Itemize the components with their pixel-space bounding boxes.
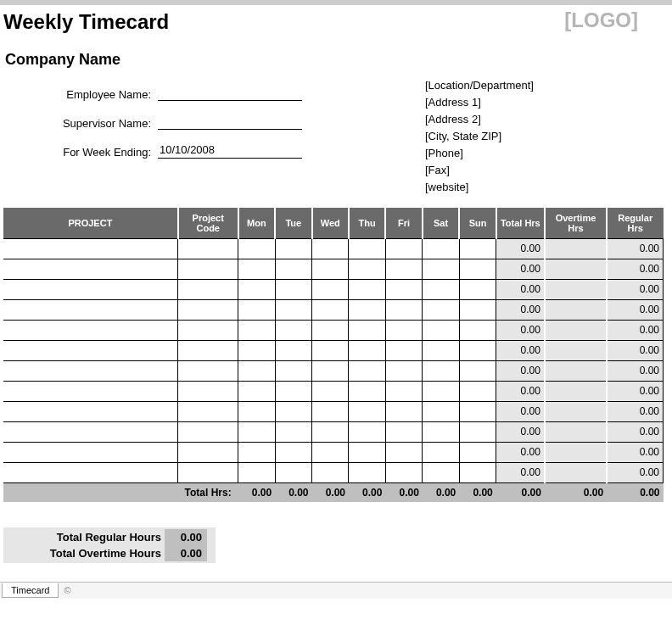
cell-overtime-hrs[interactable] [545, 279, 607, 299]
cell-sun[interactable] [459, 381, 496, 401]
cell-project-code[interactable] [178, 238, 238, 259]
cell-sat[interactable] [423, 279, 459, 299]
cell-project[interactable] [3, 360, 178, 381]
cell-fri[interactable] [385, 238, 422, 259]
cell-fri[interactable] [385, 279, 422, 299]
week-ending-input[interactable]: 10/10/2008 [158, 143, 302, 159]
cell-wed[interactable] [312, 320, 349, 340]
cell-fri[interactable] [385, 421, 422, 442]
cell-fri[interactable] [385, 360, 422, 381]
cell-mon[interactable] [238, 238, 275, 259]
cell-thu[interactable] [349, 360, 385, 381]
cell-overtime-hrs[interactable] [545, 381, 607, 401]
cell-sat[interactable] [423, 259, 459, 279]
cell-tue[interactable] [275, 259, 311, 279]
cell-sat[interactable] [423, 442, 459, 462]
cell-wed[interactable] [312, 442, 349, 462]
cell-mon[interactable] [238, 421, 275, 442]
cell-overtime-hrs[interactable] [545, 401, 607, 421]
cell-mon[interactable] [238, 442, 275, 462]
cell-tue[interactable] [275, 381, 311, 401]
cell-project[interactable] [3, 401, 178, 421]
supervisor-name-input[interactable] [158, 114, 302, 130]
cell-overtime-hrs[interactable] [545, 340, 607, 360]
cell-project[interactable] [3, 462, 178, 482]
cell-overtime-hrs[interactable] [545, 462, 607, 482]
cell-tue[interactable] [275, 360, 311, 381]
cell-sun[interactable] [459, 462, 496, 482]
cell-thu[interactable] [349, 299, 385, 320]
cell-thu[interactable] [349, 238, 385, 259]
cell-thu[interactable] [349, 259, 385, 279]
cell-thu[interactable] [349, 320, 385, 340]
cell-project-code[interactable] [178, 360, 238, 381]
cell-sat[interactable] [423, 299, 459, 320]
cell-sun[interactable] [459, 360, 496, 381]
cell-tue[interactable] [275, 238, 311, 259]
cell-project[interactable] [3, 442, 178, 462]
cell-wed[interactable] [312, 462, 349, 482]
cell-overtime-hrs[interactable] [545, 442, 607, 462]
cell-mon[interactable] [238, 360, 275, 381]
cell-project[interactable] [3, 279, 178, 299]
cell-sat[interactable] [423, 421, 459, 442]
cell-project-code[interactable] [178, 299, 238, 320]
cell-thu[interactable] [349, 340, 385, 360]
cell-project-code[interactable] [178, 442, 238, 462]
cell-project[interactable] [3, 340, 178, 360]
cell-overtime-hrs[interactable] [545, 238, 607, 259]
cell-thu[interactable] [349, 442, 385, 462]
cell-overtime-hrs[interactable] [545, 299, 607, 320]
cell-mon[interactable] [238, 279, 275, 299]
cell-sat[interactable] [423, 462, 459, 482]
cell-project[interactable] [3, 421, 178, 442]
cell-project[interactable] [3, 259, 178, 279]
cell-sun[interactable] [459, 238, 496, 259]
cell-wed[interactable] [312, 238, 349, 259]
cell-wed[interactable] [312, 401, 349, 421]
cell-tue[interactable] [275, 462, 311, 482]
cell-mon[interactable] [238, 320, 275, 340]
cell-project-code[interactable] [178, 381, 238, 401]
cell-overtime-hrs[interactable] [545, 320, 607, 340]
cell-fri[interactable] [385, 442, 422, 462]
cell-thu[interactable] [349, 462, 385, 482]
cell-mon[interactable] [238, 299, 275, 320]
cell-sun[interactable] [459, 320, 496, 340]
cell-fri[interactable] [385, 381, 422, 401]
cell-sat[interactable] [423, 360, 459, 381]
cell-project-code[interactable] [178, 259, 238, 279]
cell-sat[interactable] [423, 340, 459, 360]
cell-tue[interactable] [275, 279, 311, 299]
cell-sat[interactable] [423, 320, 459, 340]
cell-tue[interactable] [275, 340, 311, 360]
cell-sat[interactable] [423, 238, 459, 259]
cell-thu[interactable] [349, 421, 385, 442]
cell-wed[interactable] [312, 421, 349, 442]
cell-tue[interactable] [275, 442, 311, 462]
cell-project-code[interactable] [178, 340, 238, 360]
cell-mon[interactable] [238, 340, 275, 360]
cell-overtime-hrs[interactable] [545, 259, 607, 279]
cell-project[interactable] [3, 299, 178, 320]
sheet-tab-extra[interactable]: © [59, 585, 76, 595]
cell-project[interactable] [3, 381, 178, 401]
cell-project[interactable] [3, 320, 178, 340]
cell-project-code[interactable] [178, 320, 238, 340]
cell-sun[interactable] [459, 442, 496, 462]
cell-mon[interactable] [238, 259, 275, 279]
cell-project[interactable] [3, 238, 178, 259]
cell-wed[interactable] [312, 360, 349, 381]
cell-fri[interactable] [385, 401, 422, 421]
cell-thu[interactable] [349, 401, 385, 421]
cell-thu[interactable] [349, 381, 385, 401]
cell-wed[interactable] [312, 299, 349, 320]
cell-mon[interactable] [238, 381, 275, 401]
sheet-tab-timecard[interactable]: Timecard [2, 583, 59, 598]
cell-mon[interactable] [238, 401, 275, 421]
cell-tue[interactable] [275, 421, 311, 442]
cell-thu[interactable] [349, 279, 385, 299]
cell-sun[interactable] [459, 340, 496, 360]
cell-overtime-hrs[interactable] [545, 421, 607, 442]
cell-wed[interactable] [312, 340, 349, 360]
